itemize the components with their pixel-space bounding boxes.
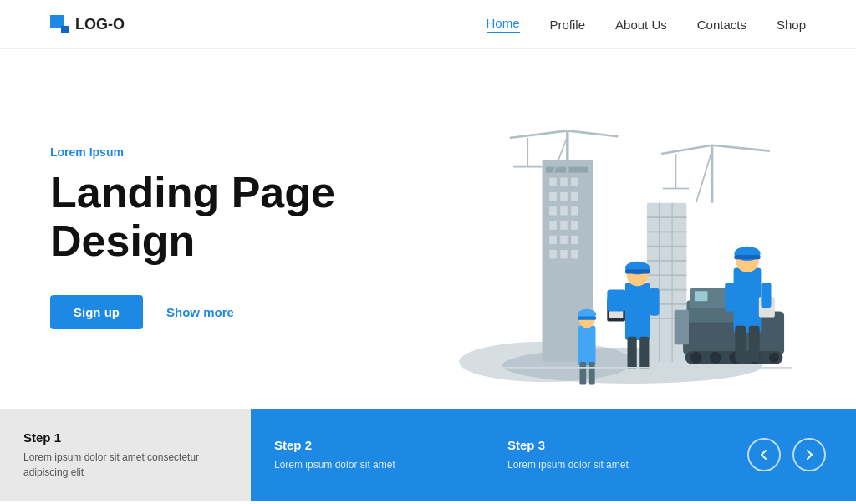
svg-rect-11	[560, 206, 568, 215]
svg-rect-17	[560, 236, 568, 244]
svg-line-40	[661, 145, 712, 154]
step-2-text: Lorem ipsum dolor sit amet	[274, 457, 461, 472]
svg-rect-84	[579, 362, 586, 385]
logo-icon	[50, 15, 69, 33]
chevron-right-icon	[802, 448, 816, 461]
svg-rect-21	[571, 250, 578, 258]
svg-rect-4	[549, 178, 557, 186]
svg-rect-6	[571, 178, 578, 186]
svg-rect-20	[560, 250, 568, 258]
hero-title: Landing Page Design	[50, 169, 401, 264]
svg-line-42	[696, 151, 712, 203]
svg-rect-57	[734, 268, 762, 333]
showmore-button[interactable]: Show more	[166, 305, 234, 319]
step-3-title: Step 3	[507, 438, 694, 452]
svg-point-51	[690, 352, 702, 364]
chevron-left-icon	[757, 448, 771, 461]
steps-bar: Step 1 Lorem ipsum dolor sit amet consec…	[0, 409, 856, 501]
svg-rect-5	[560, 178, 568, 186]
svg-rect-60	[734, 255, 760, 259]
svg-rect-19	[549, 250, 557, 258]
svg-point-55	[769, 353, 779, 363]
nav-shop[interactable]: Shop	[777, 18, 806, 32]
steps-nav	[717, 409, 856, 501]
logo[interactable]: LOG-O	[50, 15, 125, 33]
hero-buttons: Sign up Show more	[50, 295, 401, 329]
svg-line-35	[568, 130, 619, 136]
hero-section: Lorem Ipsum Landing Page Design Sign up …	[0, 49, 856, 409]
svg-rect-85	[588, 362, 595, 385]
svg-rect-62	[749, 326, 760, 362]
svg-rect-68	[625, 283, 650, 340]
step-1-text: Lorem ipsum dolor sit amet consectetur a…	[23, 450, 227, 480]
svg-rect-71	[625, 269, 650, 273]
svg-point-52	[710, 352, 721, 364]
nav-contacts[interactable]: Contacts	[697, 18, 746, 32]
svg-rect-61	[735, 326, 746, 362]
svg-rect-14	[560, 221, 568, 229]
svg-rect-18	[571, 236, 578, 244]
svg-rect-67	[725, 283, 735, 312]
step-1: Step 1 Lorem ipsum dolor sit amet consec…	[0, 409, 251, 501]
step-3: Step 3 Lorem ipsum dolor sit amet	[484, 409, 717, 501]
svg-rect-83	[578, 317, 596, 320]
step-1-title: Step 1	[23, 430, 227, 445]
svg-rect-16	[549, 236, 557, 244]
svg-rect-72	[628, 337, 637, 369]
svg-rect-7	[549, 192, 557, 201]
hero-subtitle: Lorem Ipsum	[50, 145, 401, 159]
svg-rect-10	[549, 206, 557, 215]
svg-line-34	[510, 130, 568, 138]
svg-rect-66	[761, 283, 771, 308]
svg-line-41	[712, 145, 770, 151]
header: LOG-O Home Profile About Us Contacts Sho…	[0, 0, 856, 49]
svg-rect-9	[571, 192, 578, 201]
logo-text: LOG-O	[75, 16, 125, 33]
nav: Home Profile About Us Contacts Shop	[487, 16, 807, 33]
signup-button[interactable]: Sign up	[50, 295, 143, 329]
hero-text: Lorem Ipsum Landing Page Design Sign up …	[50, 145, 401, 328]
svg-rect-15	[571, 221, 578, 229]
svg-rect-49	[675, 310, 689, 344]
nav-about[interactable]: About Us	[615, 18, 667, 32]
illustration-svg	[401, 91, 806, 409]
svg-rect-8	[560, 192, 568, 201]
step-3-text: Lorem ipsum dolor sit amet	[507, 457, 694, 472]
nav-home[interactable]: Home	[487, 16, 520, 33]
svg-rect-80	[578, 326, 596, 366]
step-2-title: Step 2	[274, 438, 461, 452]
svg-rect-78	[607, 290, 625, 312]
svg-rect-12	[571, 206, 578, 215]
step-2: Step 2 Lorem ipsum dolor sit amet	[251, 409, 484, 501]
nav-profile[interactable]: Profile	[550, 18, 586, 32]
svg-rect-13	[549, 221, 557, 229]
svg-rect-73	[639, 337, 649, 369]
prev-button[interactable]	[747, 438, 781, 471]
svg-rect-79	[650, 288, 659, 316]
hero-illustration	[401, 66, 806, 409]
next-button[interactable]	[792, 438, 826, 471]
svg-rect-48	[695, 291, 708, 301]
